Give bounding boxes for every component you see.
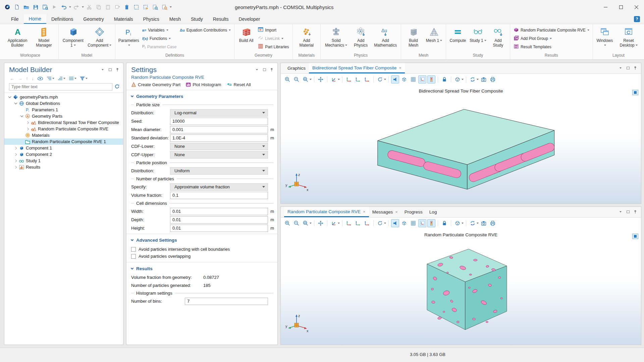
import-button[interactable]: Import [257, 26, 290, 34]
livelink-button[interactable]: LiveLink [257, 34, 290, 43]
avoid-overlapping-checkbox[interactable] [131, 254, 136, 259]
solid-mechanics-button[interactable]: Solid Mechanics [323, 25, 350, 49]
add-study-button[interactable]: Add Study [488, 25, 508, 49]
transparency-icon[interactable] [400, 75, 408, 83]
plot-histogram-button[interactable]: Plot Histogram [186, 82, 221, 87]
tab-bidirectional-composite[interactable]: Bidirectional Spread Tow Fiber Composite… [309, 63, 405, 73]
panel-float-icon[interactable] [262, 68, 267, 72]
zoom-out-icon[interactable] [292, 219, 301, 227]
add-component-button[interactable]: Add Component [86, 25, 113, 49]
tab-graphics[interactable]: Graphics [284, 63, 309, 73]
parameter-case-button[interactable]: PiParameter Case [141, 43, 178, 51]
tree-item-parameters-1[interactable]: PiParameters 1 [4, 107, 123, 113]
show-grid-icon[interactable] [409, 219, 417, 227]
tab-definitions[interactable]: Definitions [46, 14, 78, 24]
view-yz-icon[interactable] [354, 75, 362, 83]
view-xy-icon[interactable] [345, 219, 353, 227]
run-button[interactable] [50, 3, 58, 11]
lock-icon[interactable] [440, 219, 448, 227]
tab-developer[interactable]: Developer [234, 14, 265, 24]
panel-float-icon[interactable] [626, 66, 630, 70]
forward-icon[interactable]: → [18, 76, 22, 81]
panel-pin-icon[interactable] [633, 66, 638, 70]
zoom-box-icon[interactable] [302, 75, 310, 83]
cdf-upper-select[interactable]: None [170, 151, 268, 159]
tab-mesh[interactable]: Mesh [164, 14, 186, 24]
qat-customize-icon[interactable] [170, 6, 172, 8]
tree-item-results[interactable]: Results [4, 164, 123, 170]
reset-all-button[interactable]: Reset All [226, 82, 251, 87]
graphics-side-button[interactable] [632, 234, 638, 239]
zoom-extents-icon[interactable] [317, 75, 325, 83]
minimize-button[interactable] [598, 0, 613, 14]
print-icon[interactable] [489, 75, 497, 83]
mesh-1-button[interactable]: Mesh 1 [424, 25, 444, 44]
move-down-icon[interactable]: ↓ [32, 76, 34, 81]
panel-pin-icon[interactable] [269, 68, 274, 72]
cdf-lower-select[interactable]: None [170, 143, 268, 150]
tree-item-component-2[interactable]: Component 2 [4, 151, 123, 158]
pick-select-icon[interactable] [142, 3, 150, 11]
reset-desktop-button[interactable]: Reset Desktop [615, 25, 642, 49]
panel-collapse-icon[interactable] [618, 210, 623, 214]
expand-tree-icon[interactable] [47, 76, 54, 81]
add-plot-group-button[interactable]: Add Plot Group [512, 34, 591, 43]
tab-home[interactable]: Home [24, 14, 46, 24]
zoom-in-icon[interactable] [283, 219, 291, 227]
close-tab-icon[interactable]: × [363, 209, 366, 214]
settings-subtitle[interactable]: Random Particulate Composite RVE [126, 74, 277, 80]
tree-item-global-definitions[interactable]: Global Definitions [4, 100, 123, 107]
tree-item-component-1[interactable]: Component 1 [4, 145, 123, 151]
filter-icon[interactable] [80, 76, 88, 81]
undo-dropdown-icon[interactable] [69, 6, 71, 8]
paste-icon[interactable] [104, 3, 112, 11]
panel-pin-icon[interactable] [633, 210, 638, 214]
depth-input[interactable] [170, 216, 268, 224]
select-box-icon[interactable] [132, 3, 140, 11]
tab-file[interactable]: File [6, 14, 24, 24]
close-tab-icon[interactable]: × [395, 209, 398, 215]
go-to-view-icon[interactable] [330, 219, 338, 227]
show-color-legend-icon[interactable] [427, 75, 435, 83]
create-geometry-part-button[interactable]: Create Geometry Part [131, 82, 180, 87]
section-header[interactable]: Results [126, 265, 277, 273]
delete-button[interactable] [123, 3, 131, 11]
model-manager-button[interactable]: Model Manager [32, 25, 56, 49]
zoom-in-icon[interactable] [283, 75, 291, 83]
update-plot-icon[interactable] [469, 75, 477, 83]
build-mesh-button[interactable]: Build Mesh [403, 25, 424, 49]
transparency-icon[interactable] [400, 219, 408, 227]
plot-group-select-button[interactable]: Random Particulate Composite RVE [512, 26, 591, 34]
appearance-icon[interactable] [453, 219, 462, 227]
rotate-view-icon[interactable] [376, 219, 384, 227]
section-header[interactable]: Advanced Settings [126, 237, 277, 245]
refresh-filter-icon[interactable] [114, 84, 120, 90]
print-icon[interactable] [489, 219, 497, 227]
panel-collapse-icon[interactable] [618, 66, 623, 70]
application-builder-button[interactable]: AApplication Builder [4, 25, 31, 49]
view-yz-icon[interactable] [354, 219, 362, 227]
tree-item-materials[interactable]: Materials [4, 132, 123, 138]
duplicate-icon[interactable] [113, 3, 121, 11]
tab-log[interactable]: Log [426, 207, 440, 217]
mean-diameter-input[interactable] [170, 126, 268, 133]
tree-item-geometry-parts[interactable]: AGeometry Parts [4, 113, 123, 119]
build-all-button[interactable]: Build All [236, 25, 256, 44]
scene-light-icon[interactable] [391, 75, 399, 83]
standard-deviation-input[interactable] [170, 134, 268, 142]
save-as-button[interactable] [41, 3, 49, 11]
show-grid-icon[interactable] [409, 75, 417, 83]
save-button[interactable] [32, 3, 40, 11]
undo-button[interactable] [60, 3, 68, 11]
add-mathematics-button[interactable]: ΔuAdd Mathematics [372, 25, 399, 49]
panel-float-icon[interactable] [626, 210, 630, 214]
variables-button[interactable]: a=Variables [141, 26, 178, 34]
compute-button[interactable]: Compute [448, 25, 468, 44]
close-button[interactable] [629, 0, 644, 14]
tab-messages[interactable]: Messages× [369, 207, 401, 217]
show-axis-orientation-icon[interactable] [418, 219, 426, 227]
view-xy-icon[interactable] [345, 75, 353, 83]
panel-collapse-icon[interactable] [100, 68, 105, 72]
find-replace-button[interactable] [160, 3, 168, 11]
zoom-extents-icon[interactable] [317, 219, 325, 227]
